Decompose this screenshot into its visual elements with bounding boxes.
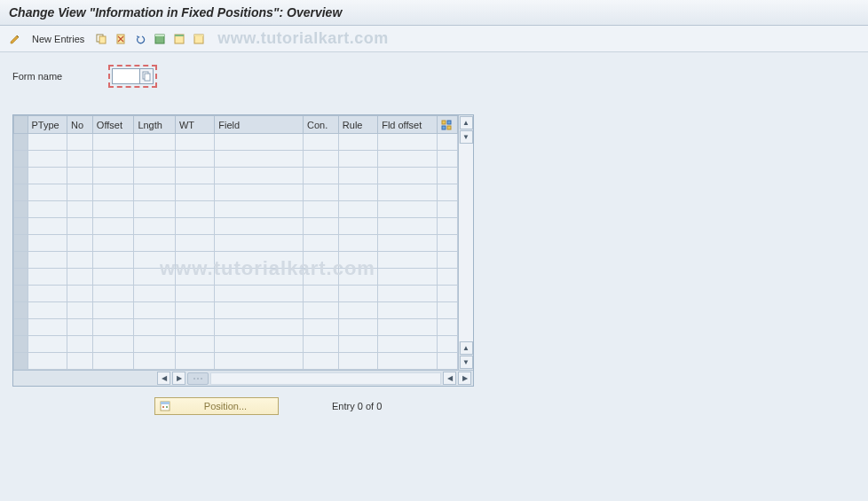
table-row[interactable] — [14, 168, 458, 184]
row-selector[interactable] — [14, 269, 28, 286]
row-selector[interactable] — [14, 336, 28, 353]
svg-rect-14 — [447, 126, 451, 129]
svg-rect-19 — [161, 402, 170, 404]
row-selector[interactable] — [14, 218, 28, 235]
entry-count-text: Entry 0 of 0 — [332, 401, 382, 411]
row-selector[interactable] — [14, 353, 28, 370]
vertical-scrollbar[interactable]: ▲ ▼ ▲ ▼ — [458, 115, 473, 370]
scroll-up-icon[interactable]: ▲ — [460, 116, 473, 129]
vscroll-track[interactable] — [459, 144, 473, 341]
copy-as-icon[interactable] — [93, 31, 109, 47]
table-row[interactable] — [14, 319, 458, 336]
svg-rect-21 — [166, 406, 168, 408]
svg-rect-4 — [155, 35, 164, 36]
col-fldoffset[interactable]: Fld offset — [378, 116, 437, 134]
table-row[interactable] — [14, 201, 458, 218]
col-ptype[interactable]: PType — [28, 116, 67, 134]
table-panel: PType No Offset Lngth WT Field Con. Rule… — [12, 114, 474, 387]
table-row[interactable] — [14, 235, 458, 252]
content-area: Form name PType No Offset Lngth — [0, 52, 868, 427]
row-selector[interactable] — [14, 168, 28, 184]
scroll-down-icon[interactable]: ▼ — [460, 130, 473, 144]
data-table: PType No Offset Lngth WT Field Con. Rule… — [13, 115, 458, 370]
hscroll-track[interactable] — [210, 372, 441, 385]
row-selector[interactable] — [14, 286, 28, 302]
select-block-icon[interactable] — [171, 31, 187, 47]
form-name-row: Form name — [12, 65, 856, 88]
svg-rect-10 — [145, 74, 150, 81]
row-selector[interactable] — [14, 201, 28, 218]
col-con[interactable]: Con. — [303, 116, 338, 134]
svg-rect-8 — [194, 35, 203, 36]
table-settings-icon[interactable] — [437, 116, 457, 134]
search-help-icon[interactable] — [139, 68, 154, 84]
row-selector[interactable] — [14, 319, 28, 336]
col-offset[interactable]: Offset — [92, 116, 134, 134]
col-lngth[interactable]: Lngth — [134, 116, 176, 134]
table-row[interactable] — [14, 184, 458, 201]
row-selector[interactable] — [14, 184, 28, 201]
col-wt[interactable]: WT — [175, 116, 214, 134]
table-row[interactable] — [14, 353, 458, 370]
watermark-small: www.tutorialkart.com — [217, 29, 388, 48]
horizontal-scrollbar[interactable]: ◀ ▶ ◀ ▶ — [13, 370, 473, 386]
svg-rect-13 — [442, 126, 446, 129]
svg-rect-12 — [447, 121, 451, 124]
deselect-all-icon[interactable] — [191, 31, 207, 47]
scroll-right2-icon[interactable]: ▶ — [458, 372, 471, 385]
position-icon — [159, 400, 171, 412]
form-name-input[interactable] — [112, 68, 140, 84]
table-container: PType No Offset Lngth WT Field Con. Rule… — [13, 115, 473, 370]
col-rule[interactable]: Rule — [338, 116, 377, 134]
table-body — [14, 134, 458, 370]
footer-row: Position... Entry 0 of 0 — [12, 397, 856, 415]
page-title: Change View "Information in Fixed Positi… — [9, 5, 859, 20]
position-button[interactable]: Position... — [154, 397, 279, 415]
position-button-label: Position... — [177, 401, 274, 411]
form-name-label: Form name — [12, 71, 101, 82]
svg-rect-1 — [99, 36, 106, 43]
row-selector[interactable] — [14, 151, 28, 168]
scroll-left-icon[interactable]: ◀ — [157, 372, 170, 385]
row-selector[interactable] — [14, 252, 28, 269]
form-name-highlight — [108, 65, 157, 88]
toolbar: New Entries www.tutorialkart.com — [0, 26, 868, 52]
svg-point-17 — [201, 378, 202, 380]
svg-point-16 — [197, 378, 199, 380]
svg-rect-6 — [175, 35, 184, 36]
scroll-up2-icon[interactable]: ▲ — [460, 341, 473, 355]
select-all-header[interactable] — [14, 116, 28, 134]
undo-change-icon[interactable] — [132, 31, 148, 47]
table-row[interactable] — [14, 336, 458, 353]
toggle-display-change-icon[interactable] — [7, 31, 23, 47]
table-row[interactable] — [14, 269, 458, 286]
svg-point-15 — [193, 378, 195, 380]
delete-icon[interactable] — [113, 31, 129, 47]
select-all-icon[interactable] — [152, 31, 168, 47]
svg-rect-20 — [162, 406, 164, 408]
scroll-down2-icon[interactable]: ▼ — [460, 356, 473, 369]
col-field[interactable]: Field — [215, 116, 304, 134]
new-entries-button[interactable]: New Entries — [27, 32, 90, 46]
col-no[interactable]: No — [67, 116, 93, 134]
scroll-left2-icon[interactable]: ◀ — [443, 372, 456, 385]
table-row[interactable] — [14, 151, 458, 168]
row-selector[interactable] — [14, 235, 28, 252]
title-bar: Change View "Information in Fixed Positi… — [0, 0, 868, 26]
table-wrapper: PType No Offset Lngth WT Field Con. Rule… — [13, 115, 458, 370]
table-row[interactable] — [14, 218, 458, 235]
svg-rect-11 — [442, 121, 446, 124]
table-row[interactable] — [14, 302, 458, 319]
hscroll-thumb[interactable] — [187, 372, 209, 385]
row-selector[interactable] — [14, 134, 28, 151]
table-row[interactable] — [14, 134, 458, 151]
row-selector[interactable] — [14, 302, 28, 319]
scroll-right-icon[interactable]: ▶ — [172, 372, 185, 385]
table-row[interactable] — [14, 286, 458, 302]
table-row[interactable] — [14, 252, 458, 269]
